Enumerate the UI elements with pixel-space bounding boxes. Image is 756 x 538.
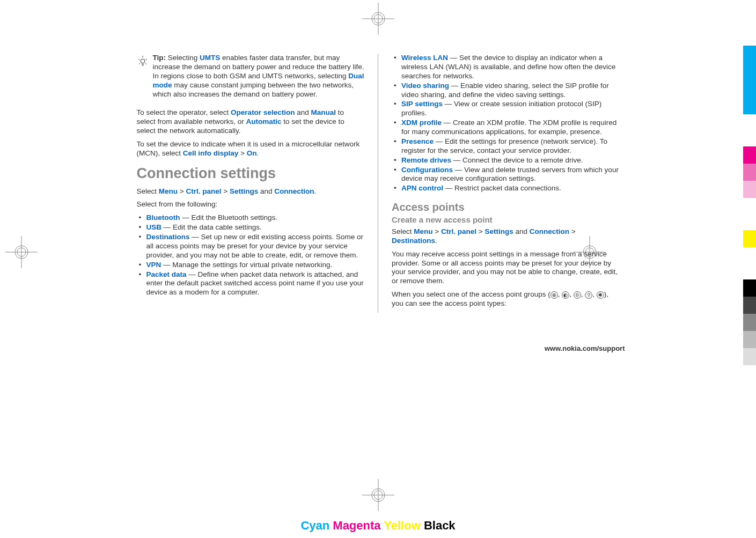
list-item: Destinations — Set up new or edit existi… [137, 233, 365, 260]
right-column: Wireless LAN — Set the device to display… [392, 54, 620, 313]
registration-mark-top [362, 3, 394, 35]
globe-icon: ⊕ [551, 291, 558, 299]
list-item: SIP settings — View or create session in… [392, 100, 620, 118]
cyan-label: Cyan [300, 519, 329, 532]
create-access-point-heading: Create a new access point [392, 215, 620, 225]
svg-line-21 [145, 63, 146, 64]
group-icon: ◐ [562, 291, 569, 299]
list-item: Presence — Edit the settings for presenc… [392, 137, 620, 156]
list-item: Bluetooth — Edit the Bluetooth settings. [137, 213, 365, 223]
tip-label: Tip: [153, 54, 166, 62]
select-from-text: Select from the following: [137, 200, 365, 209]
registration-mark-left [5, 236, 38, 268]
svg-line-18 [138, 59, 140, 60]
tip-text: Tip: Selecting UMTS enables faster data … [153, 54, 365, 99]
list-item: APN control — Restrict packet data conne… [392, 184, 620, 193]
list-item: Wireless LAN — Set the device to display… [392, 54, 620, 81]
tip-icon [137, 55, 149, 103]
ap-paragraph-1: You may receive access point settings in… [392, 250, 620, 286]
footer-url: www.nokia.com/support [545, 344, 625, 353]
tip-block: Tip: Selecting UMTS enables faster data … [137, 54, 365, 103]
access-points-heading: Access points [392, 201, 620, 214]
conn-select-path: Select Menu > Ctrl. panel > Settings and… [137, 187, 365, 196]
operator-paragraph: To select the operator, select Operator … [137, 108, 365, 136]
list-item: Remote drives — Connect the device to a … [392, 156, 620, 165]
ap-paragraph-2: When you select one of the access point … [392, 290, 620, 308]
print-color-bar: Cyan Magenta Yellow Black [300, 519, 455, 533]
left-options-list: Bluetooth — Edit the Bluetooth settings.… [137, 213, 365, 297]
yellow-label: Yellow [384, 519, 420, 532]
list-item: USB — Edit the data cable settings. [137, 223, 365, 232]
right-options-list: Wireless LAN — Set the device to display… [392, 54, 620, 193]
world-icon: ✱ [597, 291, 604, 299]
mcn-paragraph: To set the device to indicate when it is… [137, 140, 365, 158]
left-column: Tip: Selecting UMTS enables faster data … [137, 54, 365, 313]
svg-line-20 [139, 63, 140, 64]
list-item: Packet data — Define when packet data ne… [137, 270, 365, 298]
column-divider [378, 54, 378, 313]
zero-icon: 0 [574, 291, 581, 299]
ap-select-path: Select Menu > Ctrl. panel > Settings and… [392, 227, 620, 246]
list-item: VPN — Manage the settings for virtual pr… [137, 261, 365, 270]
svg-point-16 [141, 59, 145, 63]
list-item: Configurations — View and delete trusted… [392, 166, 620, 184]
list-item: XDM profile — Create an XDM profile. The… [392, 119, 620, 137]
list-item: Video sharing — Enable video sharing, se… [392, 82, 620, 100]
registration-mark-bottom [362, 479, 394, 511]
magenta-label: Magenta [333, 519, 380, 532]
question-icon: ? [585, 291, 592, 299]
black-label: Black [424, 519, 456, 532]
side-color-tabs [743, 46, 756, 365]
connection-settings-heading: Connection settings [137, 165, 365, 183]
svg-line-19 [145, 59, 147, 60]
page-content: Tip: Selecting UMTS enables faster data … [131, 54, 625, 313]
